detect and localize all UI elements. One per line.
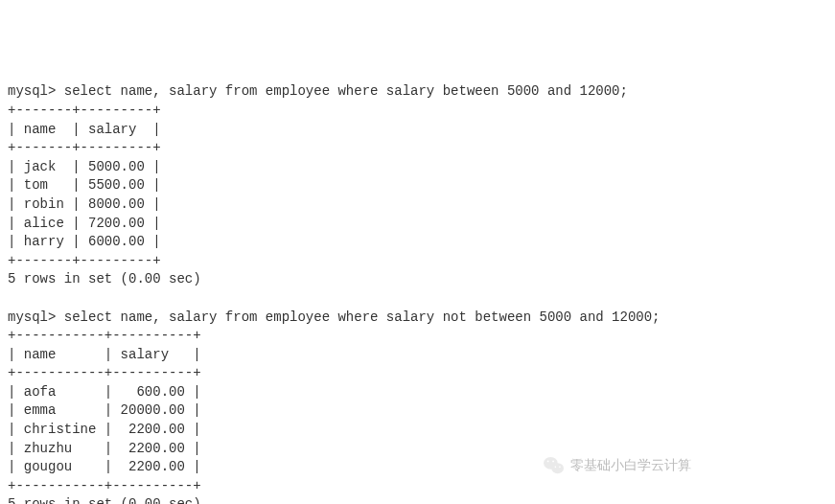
q2-border-top: +-----------+----------+ [8,327,827,346]
q1-border-top: +-------+---------+ [8,102,827,121]
query1-line: mysql> select name, salary from employee… [8,82,827,102]
table-row: | alice | 7200.00 | [8,215,827,234]
svg-point-3 [552,461,554,463]
q2-border-mid: +-----------+----------+ [8,364,827,383]
table-row: | harry | 6000.00 | [8,233,827,252]
table-row: | tom | 5500.00 | [8,176,827,195]
svg-point-1 [551,463,564,473]
mysql-prompt: mysql> [8,83,64,99]
query1-sql: select name, salary from employee where … [64,83,628,99]
q1-border-mid: +-------+---------+ [8,139,827,158]
svg-point-5 [559,467,561,469]
q1-footer: 5 rows in set (0.00 sec) [8,270,827,289]
table-row: | gougou | 2200.00 | [8,458,827,477]
watermark-text: 零基础小白学云计算 [570,456,691,475]
query2-line: mysql> select name, salary from employee… [8,309,827,328]
table-row: | christine | 2200.00 | [8,421,827,440]
q2-border-bottom: +-----------+----------+ [8,477,827,496]
mysql-prompt: mysql> [8,309,64,325]
svg-point-4 [555,467,557,469]
table-row: | jack | 5000.00 | [8,158,827,177]
q2-footer: 5 rows in set (0.00 sec) [8,495,827,504]
table-row: | aofa | 600.00 | [8,383,827,402]
table-row: | zhuzhu | 2200.00 | [8,440,827,459]
mysql-terminal: mysql> select name, salary from employee… [8,82,827,504]
table-row: | robin | 8000.00 | [8,195,827,215]
q2-header: | name | salary | [8,346,827,365]
watermark: 零基础小白学云计算 [544,456,691,475]
query2-sql: select name, salary from employee where … [64,309,661,325]
table-row: | emma | 20000.00 | [8,401,827,421]
blank-line [8,289,827,309]
wechat-icon [544,456,565,475]
q1-border-bottom: +-------+---------+ [8,252,827,271]
q1-header: | name | salary | [8,121,827,140]
svg-point-2 [547,461,549,463]
